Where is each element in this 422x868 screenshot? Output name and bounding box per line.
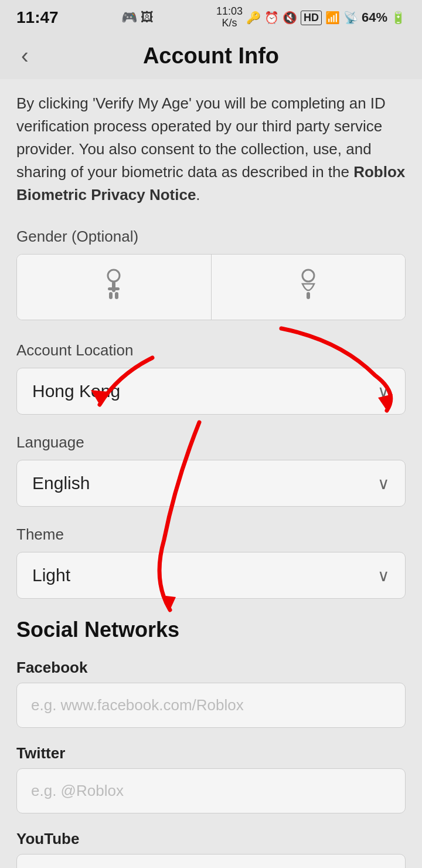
language-group: Language English ∨ [16, 433, 406, 507]
page-wrapper: 11:47 🎮 🖼 11:03K/s 🔑 ⏰ 🔇 HD 📶 📡 64% 🔋 ‹ … [0, 0, 422, 868]
youtube-field: YouTube e.g. www.youtube.com/user/roblox [16, 830, 406, 868]
gender-male-button[interactable] [17, 255, 212, 320]
hd-badge: HD [301, 11, 322, 25]
verify-text-period: . [196, 186, 200, 204]
verify-text-body: By clicking 'Verify My Age' you will be … [16, 94, 386, 181]
chevron-down-icon: ∨ [377, 382, 390, 401]
status-time: 11:47 [16, 8, 59, 27]
account-location-group: Account Location Hong Kong ∨ [16, 341, 406, 415]
image-icon: 🖼 [141, 10, 154, 25]
theme-group: Theme Light ∨ [16, 525, 406, 599]
content-area: By clicking 'Verify My Age' you will be … [0, 79, 422, 868]
signal-icon: 📡 [343, 11, 358, 25]
language-dropdown[interactable]: English ∨ [16, 460, 406, 507]
alarm-icon: ⏰ [264, 11, 279, 25]
youtube-input[interactable]: e.g. www.youtube.com/user/roblox [16, 854, 406, 868]
female-icon [295, 267, 322, 307]
wifi-icon: 📶 [325, 11, 340, 25]
facebook-placeholder: e.g. www.facebook.com/Roblox [31, 696, 244, 714]
gender-label: Gender (Optional) [16, 228, 406, 246]
account-location-label: Account Location [16, 341, 406, 360]
male-icon [100, 267, 127, 307]
key-icon: 🔑 [246, 11, 261, 25]
page-title: Account Info [143, 43, 279, 69]
twitter-placeholder: e.g. @Roblox [31, 782, 124, 799]
game-icon: 🎮 [121, 10, 137, 25]
svg-rect-1 [112, 282, 115, 292]
status-icons: 🎮 🖼 [121, 10, 154, 25]
svg-rect-2 [108, 287, 120, 290]
account-location-dropdown[interactable]: Hong Kong ∨ [16, 368, 406, 415]
facebook-field: Facebook e.g. www.facebook.com/Roblox [16, 659, 406, 728]
mute-icon: 🔇 [283, 11, 297, 25]
status-right: 11:03K/s 🔑 ⏰ 🔇 HD 📶 📡 64% 🔋 [216, 6, 406, 29]
svg-rect-6 [307, 292, 310, 299]
youtube-label: YouTube [16, 830, 406, 848]
twitter-input[interactable]: e.g. @Roblox [16, 768, 406, 813]
back-button[interactable]: ‹ [14, 41, 36, 71]
account-location-value: Hong Kong [32, 381, 120, 401]
theme-value: Light [32, 565, 70, 585]
social-networks-title: Social Networks [16, 618, 406, 642]
language-value: English [32, 473, 90, 493]
svg-rect-4 [115, 292, 118, 299]
gender-female-button[interactable] [212, 255, 406, 320]
theme-chevron-down-icon: ∨ [377, 566, 390, 585]
battery-level: 64% [362, 10, 387, 25]
header: ‹ Account Info [0, 33, 422, 79]
facebook-input[interactable]: e.g. www.facebook.com/Roblox [16, 683, 406, 728]
theme-label: Theme [16, 525, 406, 544]
verify-age-description: By clicking 'Verify My Age' you will be … [16, 92, 406, 206]
svg-point-5 [302, 270, 314, 282]
language-chevron-down-icon: ∨ [377, 474, 390, 493]
svg-rect-3 [109, 292, 113, 299]
battery-icon: 🔋 [391, 11, 406, 25]
theme-dropdown[interactable]: Light ∨ [16, 552, 406, 599]
status-bar: 11:47 🎮 🖼 11:03K/s 🔑 ⏰ 🔇 HD 📶 📡 64% 🔋 [0, 0, 422, 33]
gender-row [16, 254, 406, 320]
language-label: Language [16, 433, 406, 452]
svg-point-0 [108, 270, 120, 282]
gender-group: Gender (Optional) [16, 228, 406, 320]
twitter-field: Twitter e.g. @Roblox [16, 744, 406, 813]
facebook-label: Facebook [16, 659, 406, 677]
network-speed: 11:03K/s [216, 6, 243, 29]
twitter-label: Twitter [16, 744, 406, 762]
